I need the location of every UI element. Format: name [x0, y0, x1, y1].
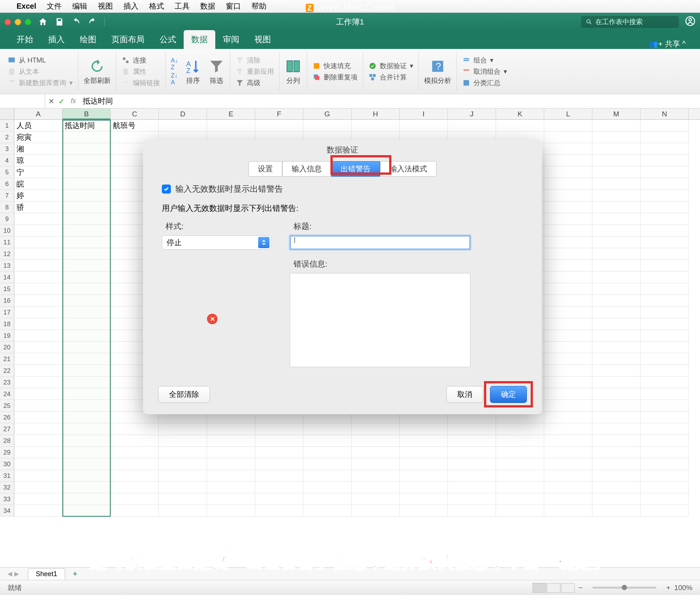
- row-header-24[interactable]: 24: [0, 388, 14, 400]
- group-button[interactable]: 组合 ▾: [462, 56, 507, 65]
- cell-H28[interactable]: [352, 435, 400, 447]
- cell-J32[interactable]: [448, 482, 496, 493]
- cell-B31[interactable]: [62, 470, 111, 482]
- cell-A26[interactable]: [14, 412, 62, 423]
- cell-B21[interactable]: [62, 353, 111, 365]
- tab-view[interactable]: 视图: [247, 30, 278, 49]
- col-header-F[interactable]: F: [255, 108, 303, 119]
- cell-M28[interactable]: [592, 435, 641, 447]
- style-select[interactable]: 停止: [162, 235, 271, 250]
- cell-A4[interactable]: 琼: [14, 155, 62, 166]
- cell-N21[interactable]: [641, 353, 689, 365]
- cell-A20[interactable]: [14, 342, 62, 353]
- cell-B25[interactable]: [62, 400, 111, 412]
- cell-M2[interactable]: [592, 131, 641, 143]
- cell-F34[interactable]: [255, 505, 303, 517]
- cell-I34[interactable]: [400, 505, 448, 517]
- cell-L32[interactable]: [544, 482, 592, 493]
- col-header-H[interactable]: H: [352, 108, 400, 119]
- col-header-D[interactable]: D: [159, 108, 207, 119]
- cell-F27[interactable]: [255, 423, 303, 435]
- cell-B3[interactable]: [62, 143, 111, 155]
- cell-N11[interactable]: [641, 236, 689, 248]
- cell-N10[interactable]: [641, 225, 689, 236]
- filter-button[interactable]: 筛选: [208, 58, 225, 85]
- fx-icon[interactable]: fx: [68, 97, 79, 105]
- cell-K33[interactable]: [496, 493, 544, 505]
- cell-N9[interactable]: [641, 213, 689, 225]
- undo-icon[interactable]: [71, 17, 81, 27]
- user-icon[interactable]: [685, 16, 695, 28]
- cell-F28[interactable]: [255, 435, 303, 447]
- cell-A7[interactable]: 婷: [14, 190, 62, 201]
- cell-B30[interactable]: [62, 458, 111, 470]
- cell-I33[interactable]: [400, 493, 448, 505]
- minimize-icon[interactable]: [15, 19, 21, 25]
- advanced-filter-button[interactable]: 高级: [236, 78, 274, 87]
- cell-L10[interactable]: [544, 225, 592, 236]
- cell-B23[interactable]: [62, 377, 111, 388]
- cell-A15[interactable]: [14, 283, 62, 295]
- cell-K34[interactable]: [496, 505, 544, 517]
- cell-L25[interactable]: [544, 400, 592, 412]
- cell-B17[interactable]: [62, 307, 111, 318]
- cell-N7[interactable]: [641, 190, 689, 201]
- consolidate-button[interactable]: 合并计算: [368, 73, 413, 82]
- cell-M33[interactable]: [592, 493, 641, 505]
- cell-E33[interactable]: [207, 493, 255, 505]
- cell-M20[interactable]: [592, 342, 641, 353]
- cell-J34[interactable]: [448, 505, 496, 517]
- cell-L29[interactable]: [544, 447, 592, 458]
- cell-M24[interactable]: [592, 388, 641, 400]
- row-header-10[interactable]: 10: [0, 225, 14, 236]
- cell-A16[interactable]: [14, 295, 62, 307]
- row-header-4[interactable]: 4: [0, 155, 14, 166]
- cell-C33[interactable]: [111, 493, 159, 505]
- cell-J33[interactable]: [448, 493, 496, 505]
- row-header-21[interactable]: 21: [0, 353, 14, 365]
- cell-I30[interactable]: [400, 458, 448, 470]
- cell-N6[interactable]: [641, 178, 689, 190]
- cell-M9[interactable]: [592, 213, 641, 225]
- cell-B15[interactable]: [62, 283, 111, 295]
- cell-M16[interactable]: [592, 295, 641, 307]
- col-header-N[interactable]: N: [641, 108, 689, 119]
- cell-G33[interactable]: [303, 493, 352, 505]
- cell-J30[interactable]: [448, 458, 496, 470]
- cell-L30[interactable]: [544, 458, 592, 470]
- tab-data[interactable]: 数据: [184, 30, 215, 49]
- zoom-out-button[interactable]: −: [578, 584, 583, 592]
- dlg-tab-error-alert[interactable]: 出错警告: [331, 161, 380, 177]
- col-header-B[interactable]: B: [62, 108, 111, 119]
- cell-N4[interactable]: [641, 155, 689, 166]
- cell-E32[interactable]: [207, 482, 255, 493]
- cell-L1[interactable]: [544, 120, 592, 131]
- cell-K32[interactable]: [496, 482, 544, 493]
- cell-A1[interactable]: 人员: [14, 120, 62, 131]
- row-header-31[interactable]: 31: [0, 470, 14, 482]
- cell-D30[interactable]: [159, 458, 207, 470]
- cell-M6[interactable]: [592, 178, 641, 190]
- menu-file[interactable]: 文件: [47, 1, 62, 11]
- col-header-E[interactable]: E: [207, 108, 255, 119]
- cell-A21[interactable]: [14, 353, 62, 365]
- view-normal-button[interactable]: [533, 583, 546, 593]
- subtotal-button[interactable]: 分类汇总: [462, 78, 507, 87]
- cell-N14[interactable]: [641, 272, 689, 283]
- cell-J29[interactable]: [448, 447, 496, 458]
- cell-F32[interactable]: [255, 482, 303, 493]
- cell-A6[interactable]: 皖: [14, 178, 62, 190]
- new-query-button[interactable]: 新建数据库查询 ▾: [8, 78, 73, 87]
- cell-A28[interactable]: [14, 435, 62, 447]
- cell-F31[interactable]: [255, 470, 303, 482]
- cell-A18[interactable]: [14, 318, 62, 330]
- cell-M7[interactable]: [592, 190, 641, 201]
- col-header-L[interactable]: L: [544, 108, 592, 119]
- cell-K31[interactable]: [496, 470, 544, 482]
- row-header-22[interactable]: 22: [0, 365, 14, 377]
- cell-B19[interactable]: [62, 330, 111, 342]
- cell-B32[interactable]: [62, 482, 111, 493]
- name-box[interactable]: [0, 94, 45, 108]
- save-icon[interactable]: [55, 17, 64, 27]
- cell-A12[interactable]: [14, 248, 62, 260]
